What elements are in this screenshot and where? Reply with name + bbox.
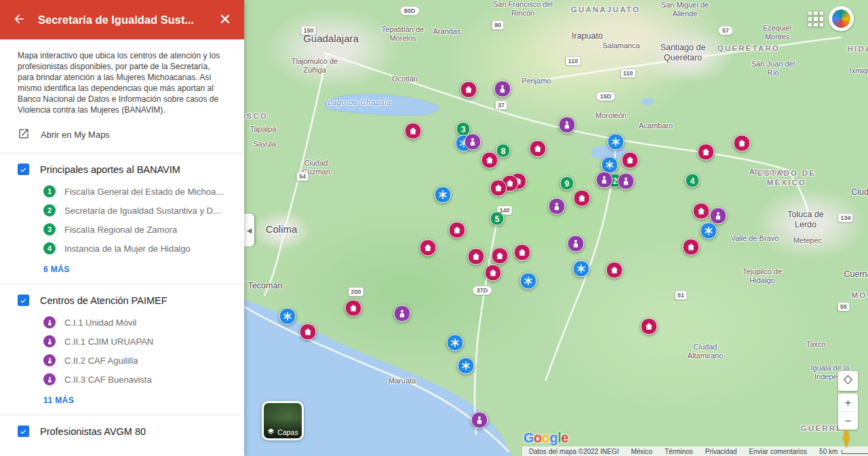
legend-item[interactable]: C.I.1 Unidad Móvil (0, 313, 244, 332)
numbered-marker-icon: 1 (43, 185, 56, 197)
map-marker-asterisk[interactable] (573, 261, 590, 278)
zoom-out-button[interactable]: − (838, 412, 858, 430)
map-marker-person[interactable] (710, 208, 727, 225)
map-marker-house[interactable] (698, 144, 715, 161)
map-marker-house[interactable] (405, 123, 422, 140)
attribution-country[interactable]: México (631, 448, 652, 455)
sidebar: Secretaría de Igualdad Sust... ✕ Mapa in… (0, 0, 244, 456)
google-apps-icon[interactable] (808, 12, 823, 26)
map-marker-person[interactable] (471, 412, 488, 429)
map-title: Secretaría de Igualdad Sust... (38, 14, 206, 26)
legend-item-label: Fiscalía Regional de Zamora (64, 225, 177, 235)
layers-button-label: Capas (277, 428, 298, 436)
google-logo: Google (524, 430, 568, 446)
map-marker-number[interactable]: 9 (560, 176, 574, 191)
layer-section-banavim: Principales aportes al BANAVIM 1Fiscalía… (0, 153, 244, 284)
map-marker-house[interactable] (734, 135, 751, 152)
map-terrain (244, 0, 868, 456)
map-marker-house[interactable] (490, 180, 507, 197)
close-button[interactable]: ✕ (216, 10, 235, 29)
map-description: Mapa interactivo que ubica los centros d… (0, 50, 244, 115)
attribution-terms-link[interactable]: Términos (665, 448, 693, 455)
account-avatar[interactable] (829, 6, 854, 31)
show-more-link-paimef[interactable]: 11 MÁS (0, 389, 244, 415)
map-canvas[interactable]: GuadalajaraTlajomulco de ZúñigaTepatitlá… (244, 0, 868, 456)
map-marker-house[interactable] (683, 239, 700, 256)
map-marker-house[interactable] (530, 140, 547, 157)
map-marker-house[interactable] (485, 265, 502, 282)
map-marker-house[interactable] (300, 324, 317, 341)
legend-item-label: C.II.2 CAF Aguililla (64, 356, 138, 366)
map-marker-person[interactable] (618, 173, 635, 190)
map-marker-asterisk[interactable] (701, 223, 717, 240)
sidebar-header: Secretaría de Igualdad Sust... ✕ (0, 0, 244, 39)
map-marker-house[interactable] (420, 240, 437, 256)
map-marker-person[interactable] (549, 198, 566, 215)
legend-list-banavim: 1Fiscalía General del Estado de Michoacá… (0, 179, 244, 258)
map-marker-house[interactable] (693, 203, 710, 220)
layer-checkbox-paimef[interactable] (18, 294, 29, 306)
back-button[interactable] (9, 10, 28, 29)
legend-item-label: Fiscalía General del Estado de Michoacán (64, 187, 226, 197)
map-marker-house[interactable] (606, 262, 623, 279)
map-marker-house[interactable] (468, 248, 485, 265)
legend-item[interactable]: C.II.2 CAF Aguililla (0, 351, 244, 370)
arrow-left-icon (12, 12, 26, 28)
map-marker-asterisk[interactable] (608, 134, 625, 151)
layer-checkbox-profesionistas[interactable] (18, 425, 29, 437)
map-marker-house[interactable] (481, 152, 498, 169)
map-marker-house[interactable] (449, 222, 466, 239)
open-in-mymaps-link[interactable]: Abrir en My Maps (0, 115, 244, 153)
map-scale-label: 50 km (819, 448, 837, 455)
map-marker-person[interactable] (394, 305, 411, 322)
legend-item[interactable]: 3Fiscalía Regional de Zamora (0, 220, 244, 239)
map-marker-house[interactable] (345, 300, 362, 317)
legend-item[interactable]: C.II.1 CJIM URUAPAN (0, 332, 244, 351)
map-marker-person[interactable] (596, 172, 613, 189)
map-marker-person[interactable] (465, 134, 481, 151)
map-marker-house[interactable] (460, 81, 477, 98)
map-marker-house[interactable] (514, 244, 531, 261)
legend-item-label: Instancia de la Mujer de Hidalgo (64, 244, 191, 254)
pegman-icon[interactable] (841, 430, 852, 450)
compass-button[interactable] (838, 371, 858, 391)
my-maps-app: Secretaría de Igualdad Sust... ✕ Mapa in… (0, 0, 868, 456)
map-marker-number[interactable]: 4 (686, 174, 700, 188)
person-marker-icon (43, 354, 56, 366)
zoom-in-button[interactable]: + (838, 394, 858, 411)
map-marker-person[interactable] (559, 117, 576, 134)
map-marker-person[interactable] (568, 235, 585, 252)
external-link-icon (18, 128, 30, 142)
map-marker-asterisk[interactable] (279, 308, 296, 325)
open-in-mymaps-label: Abrir en My Maps (41, 130, 110, 140)
attribution-privacy-link[interactable]: Privacidad (705, 448, 737, 455)
sidebar-content: Mapa interactivo que ubica los centros d… (0, 39, 244, 456)
attribution-data: Datos del mapa ©2022 INEGI (529, 448, 618, 455)
legend-item[interactable]: 2Secretaría de Igualdad Sustantiva y Des… (0, 201, 244, 220)
map-marker-house[interactable] (641, 318, 658, 335)
numbered-marker-icon: 2 (43, 204, 56, 216)
map-marker-person[interactable] (494, 81, 511, 98)
map-marker-asterisk[interactable] (458, 358, 475, 375)
layer-checkbox-banavim[interactable] (18, 164, 29, 175)
sidebar-collapse-button[interactable]: ◀ (244, 214, 254, 246)
map-marker-asterisk[interactable] (447, 335, 464, 352)
legend-item[interactable]: 1Fiscalía General del Estado de Michoacá… (0, 182, 244, 201)
layer-title: Profesionistas AVGM 80 (40, 426, 146, 437)
map-marker-number[interactable]: 8 (496, 144, 511, 158)
map-marker-asterisk[interactable] (520, 273, 537, 290)
legend-item[interactable]: C.II.3 CAF Buenavista (0, 370, 244, 389)
legend-item-label: C.II.1 CJIM URUAPAN (64, 337, 153, 347)
map-marker-asterisk[interactable] (435, 187, 452, 204)
zoom-controls: + − (838, 394, 858, 430)
map-marker-number[interactable]: 5 (490, 212, 505, 226)
legend-item-label: C.I.1 Unidad Móvil (64, 318, 136, 328)
compass-icon (843, 375, 853, 387)
layers-button[interactable]: Capas (262, 401, 304, 440)
attribution-feedback-link[interactable]: Enviar comentarios (749, 448, 808, 455)
map-marker-house[interactable] (622, 152, 639, 169)
legend-item[interactable]: 4Instancia de la Mujer de Hidalgo (0, 239, 244, 258)
map-marker-house[interactable] (574, 190, 591, 207)
show-more-link-banavim[interactable]: 6 MÁS (0, 258, 244, 284)
map-marker-house[interactable] (492, 248, 509, 265)
